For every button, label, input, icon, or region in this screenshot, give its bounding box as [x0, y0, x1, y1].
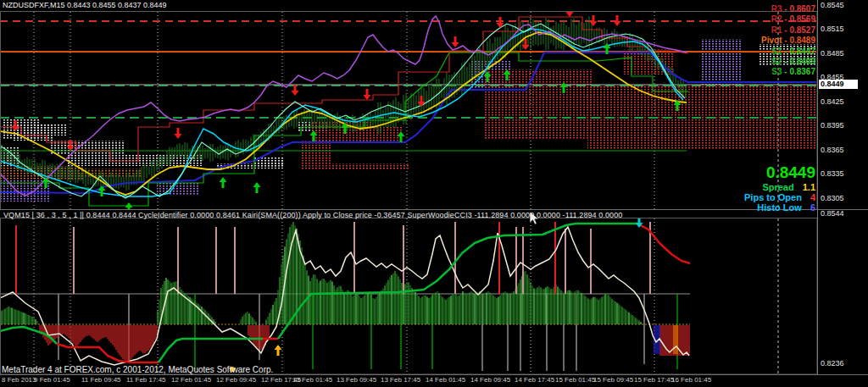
sell-arrow [175, 128, 182, 139]
signal-line [637, 224, 690, 263]
sub-pane[interactable] [0, 217, 778, 374]
mt4-window: NZDUSDFXF,M15 0.8443 0.8455 0.8437 0.844… [0, 0, 868, 387]
red-cloud [331, 163, 410, 169]
time-axis-label: 15 Feb 01:45 [555, 376, 595, 384]
price-axis-label: 0.8485 [821, 49, 844, 58]
sell-arrow [364, 89, 371, 100]
sub-axis-min-label: 0.8236 [821, 359, 844, 368]
price-axis-label: 0.8335 [821, 169, 844, 178]
quote-row-pips-to-open: Pips to Open4 [670, 192, 815, 202]
quote-panel: 0.8449 Spread1.1Pips to Open4Histo Low6 [670, 163, 815, 213]
time-axis-label: 11 Feb 17:45 [126, 376, 166, 384]
red-cloud [483, 69, 593, 139]
price-axis-label: 0.8395 [821, 121, 844, 130]
price-axis-label: 0.8545 [821, 1, 844, 9]
time-axis-label: 13 Feb 09:45 [337, 376, 376, 384]
price-axis-label: 0.8515 [821, 25, 844, 33]
time-axis-label: 8 Feb 2013 [2, 376, 36, 384]
current-price-box: 0.8449 [819, 80, 858, 89]
time-axis-label: 11 Feb 09:45 [81, 376, 121, 384]
quote-row-spread: Spread1.1 [670, 182, 815, 192]
time-axis[interactable]: 8 Feb 20139 Feb 01:4511 Feb 09:4511 Feb … [0, 376, 868, 387]
time-axis-label: 13 Feb 17:45 [381, 376, 420, 384]
pivot-label-s3: S3 - 0.8367 [721, 67, 815, 76]
time-axis-label: 13 Feb 01:45 [292, 376, 332, 384]
time-axis-label: 12 Feb 01:45 [171, 376, 211, 384]
price-axis-label: 0.8365 [821, 146, 844, 154]
buy-arrow [275, 345, 282, 356]
time-axis-label: 15 Feb 17:45 [634, 376, 674, 384]
indicator-header: VQM15 | 36 , 3 , 5 , 1 || 0.8444 0.8444 … [3, 211, 622, 219]
time-axis-label: 14 Feb 09:45 [470, 376, 510, 384]
price-axis-label: 0.8305 [821, 194, 844, 202]
price-axis-label: 0.8425 [821, 97, 844, 106]
time-axis-label: 14 Feb 01:45 [426, 376, 465, 384]
current-price-label: 0.8449 [670, 163, 815, 182]
white-cloud [37, 124, 68, 135]
pivot-label-r3: R3 - 0.8607 [721, 4, 815, 14]
price-axis-separator [817, 0, 818, 374]
buy-arrow [220, 177, 227, 188]
buy-arrow [253, 182, 261, 193]
sub-axis-max-label: 0.8544 [821, 209, 844, 218]
time-axis-separator [0, 374, 868, 375]
time-axis-label: 9 Feb 01:45 [34, 376, 70, 384]
pivot-label-r2: R2 - 0.8569 [721, 14, 815, 24]
time-axis-label: 16 Feb 01:45 [671, 376, 711, 384]
pivot-label-s2: S2 - 0.8409 [721, 57, 815, 66]
time-axis-label: 15 Feb 09:45 [593, 376, 633, 384]
violet-cloud [157, 183, 199, 195]
time-axis-label: 14 Feb 17:45 [515, 376, 554, 384]
quote-row-histo-low: Histo Low6 [670, 202, 815, 213]
signal-line [159, 339, 263, 362]
status-bar: MetaTrader 4 at FOREX.com, c 2001-2012, … [2, 365, 273, 374]
pivot-label-pivot: Pivot - 0.8489 [721, 36, 815, 45]
pivot-label-s1: S1 - 0.8447 [721, 47, 815, 56]
time-axis-label: 12 Feb 09:45 [216, 376, 256, 384]
pivot-label-r1: R1 - 0.8527 [721, 25, 815, 35]
red-cloud [301, 141, 331, 169]
sell-arrow [452, 36, 459, 47]
